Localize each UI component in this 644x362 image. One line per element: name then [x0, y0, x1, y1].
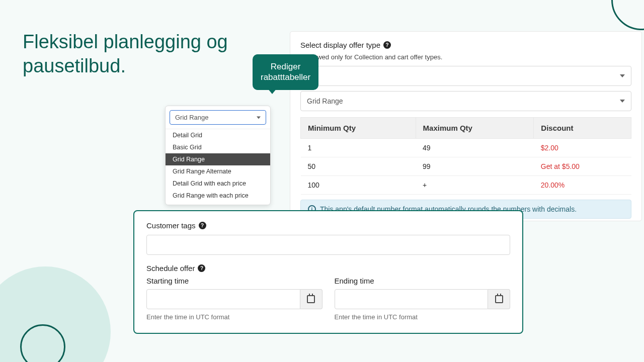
table-row: 100 + 20.00% — [301, 176, 631, 195]
label-text: Schedule offer — [146, 264, 195, 273]
offer-type-select-2[interactable]: Grid Range — [300, 91, 631, 111]
starting-time-label: Starting time — [146, 277, 323, 285]
page-headline: Fleksibel planlegging og pausetilbud. — [23, 30, 228, 78]
starting-time-input[interactable] — [146, 289, 300, 309]
headline-line-1: Fleksibel planlegging og — [23, 31, 228, 52]
chevron-down-icon — [620, 74, 625, 77]
offer-type-restriction-note: is allowed only for Collection and cart … — [300, 53, 631, 61]
select-display-offer-type-label: Select display offer type ? — [300, 41, 631, 49]
help-icon[interactable]: ? — [198, 264, 205, 272]
dropdown-selected-display[interactable]: Grid Range — [170, 110, 266, 125]
ending-time-calendar-button[interactable] — [488, 289, 510, 309]
callout-line-1: Rediger — [271, 62, 301, 71]
chevron-down-icon — [620, 100, 625, 103]
starting-time-group: Starting time Enter the time in UTC form… — [146, 277, 323, 321]
cell-min: 100 — [301, 176, 416, 195]
table-row: 1 49 $2.00 — [301, 139, 631, 157]
cell-discount: $2.00 — [534, 139, 631, 157]
help-icon[interactable]: ? — [199, 222, 206, 229]
callout-bubble: Rediger rabatttabeller — [253, 54, 318, 90]
ending-time-hint: Enter the time in UTC format — [335, 313, 511, 321]
col-min-qty: Minimum Qty — [301, 118, 416, 139]
ending-time-label: Ending time — [335, 277, 511, 285]
offer-type-panel: Select display offer type ? is allowed o… — [290, 31, 642, 221]
label-text: Customer tags — [146, 221, 196, 230]
starting-time-hint: Enter the time in UTC format — [146, 313, 323, 321]
schedule-panel: Customer tags ? Schedule offer ? Startin… — [133, 210, 523, 334]
decor-circle-top-right — [611, 0, 644, 30]
chevron-down-icon — [257, 116, 261, 119]
dropdown-option-grid-range[interactable]: Grid Range — [166, 153, 270, 165]
schedule-offer-label: Schedule offer ? — [146, 264, 510, 273]
offer-type-select-1[interactable] — [300, 66, 631, 86]
starting-time-calendar-button[interactable] — [300, 289, 323, 309]
table-row: 50 99 Get at $5.00 — [301, 157, 631, 176]
col-max-qty: Maximum Qty — [416, 118, 534, 139]
headline-line-2: pausetilbud. — [23, 55, 126, 76]
customer-tags-input[interactable] — [146, 235, 510, 255]
dropdown-option-grid-range-each-price[interactable]: Grid Range with each price — [166, 190, 270, 202]
selected-value: Grid Range — [307, 97, 343, 105]
dropdown-selected-text: Grid Range — [175, 114, 208, 121]
cell-max: 99 — [416, 157, 534, 176]
dropdown-option-basic-grid[interactable]: Basic Grid — [166, 141, 270, 153]
help-icon[interactable]: ? — [383, 41, 391, 49]
discount-tiers-table: Minimum Qty Maximum Qty Discount 1 49 $2… — [300, 117, 631, 195]
col-discount: Discount — [534, 118, 631, 139]
dropdown-option-list: Detail Grid Basic Grid Grid Range Grid R… — [166, 129, 270, 205]
cell-max: + — [416, 176, 534, 195]
callout-line-2: rabatttabeller — [261, 72, 310, 82]
customer-tags-label: Customer tags ? — [146, 221, 510, 230]
dropdown-option-detail-grid-each-price[interactable]: Detail Grid with each price — [166, 177, 270, 190]
cell-discount: 20.00% — [534, 176, 631, 195]
cell-min: 1 — [301, 139, 416, 157]
dropdown-option-detail-grid[interactable]: Detail Grid — [166, 129, 270, 141]
cell-min: 50 — [301, 157, 416, 176]
calendar-icon — [307, 295, 315, 303]
ending-time-input[interactable] — [335, 289, 489, 309]
label-text: Select display offer type — [300, 41, 380, 49]
ending-time-group: Ending time Enter the time in UTC format — [335, 277, 511, 321]
calendar-icon — [495, 295, 503, 303]
cell-discount: Get at $5.00 — [534, 157, 631, 176]
grid-range-dropdown[interactable]: Grid Range Detail Grid Basic Grid Grid R… — [165, 106, 271, 205]
cell-max: 49 — [416, 139, 534, 157]
dropdown-option-grid-range-alternate[interactable]: Grid Range Alternate — [166, 165, 270, 177]
